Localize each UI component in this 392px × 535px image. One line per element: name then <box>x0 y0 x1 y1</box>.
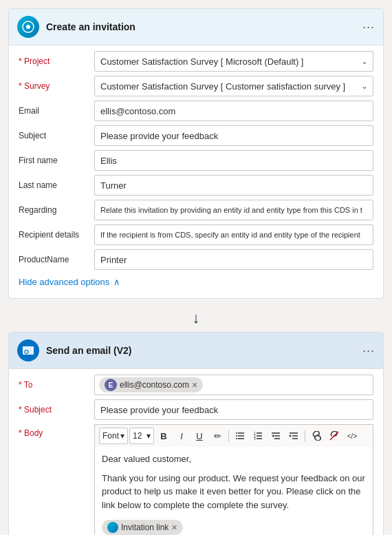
body-field: Font ▾ 12 ▾ B I U ✏ 12 <box>94 424 373 535</box>
underline-button[interactable]: U <box>191 428 208 444</box>
subject-field-1 <box>94 125 373 146</box>
survey-field: Customer Satisfaction Survey [ Customer … <box>94 76 373 96</box>
invitation-link-tag: Invitation link × <box>102 520 183 535</box>
card2-body: * To E ellis@contoso.com × * Subject <box>9 369 383 535</box>
code-button[interactable]: </> <box>344 428 360 444</box>
lastname-row: Last name <box>19 175 373 196</box>
card1-body: * Project Customer Satisfaction Survey [… <box>9 45 383 298</box>
indent-increase-button[interactable] <box>285 428 302 444</box>
regarding-input[interactable] <box>94 200 373 220</box>
font-select[interactable]: Font ▾ <box>99 428 128 444</box>
firstname-field <box>94 150 373 171</box>
firstname-row: First name <box>19 150 373 171</box>
email-row: Email <box>19 101 373 121</box>
indent-decrease-button[interactable] <box>268 428 284 444</box>
body-row: * Body Font ▾ 12 ▾ B I U ✏ <box>19 424 373 535</box>
to-row: * To E ellis@contoso.com × <box>19 375 373 395</box>
invitation-tag-container: Invitation link × <box>102 517 366 535</box>
to-tag-avatar: E <box>105 379 117 391</box>
to-tag-remove-button[interactable]: × <box>192 380 197 390</box>
hide-advanced-label: Hide advanced options <box>19 277 109 287</box>
font-chevron-icon: ▾ <box>120 431 124 441</box>
svg-text:3: 3 <box>254 437 256 441</box>
remove-link-button[interactable] <box>326 428 342 444</box>
to-input-container[interactable]: E ellis@contoso.com × <box>94 375 373 395</box>
survey-row: * Survey Customer Satisfaction Survey [ … <box>19 76 373 96</box>
insert-link-button[interactable] <box>308 428 325 444</box>
svg-point-7 <box>236 432 237 434</box>
lastname-input[interactable] <box>94 175 373 196</box>
unordered-list-button[interactable] <box>232 428 248 444</box>
body-label: * Body <box>19 424 94 438</box>
card2-menu-button[interactable]: ··· <box>362 344 375 358</box>
subject-field-2 <box>94 399 373 420</box>
card1-menu-button[interactable]: ··· <box>362 20 375 34</box>
regarding-label: Regarding <box>19 205 94 215</box>
connector-arrow: ↓ <box>8 304 384 332</box>
project-select[interactable]: Customer Satisfaction Survey [ Microsoft… <box>94 51 373 72</box>
project-field: Customer Satisfaction Survey [ Microsoft… <box>94 51 373 72</box>
survey-select[interactable]: Customer Satisfaction Survey [ Customer … <box>94 76 373 96</box>
recipient-details-input[interactable] <box>94 224 373 245</box>
invitation-tag-label: Invitation link <box>121 521 168 534</box>
hide-advanced-toggle[interactable]: Hide advanced options <box>19 274 373 290</box>
firstname-input[interactable] <box>94 150 373 171</box>
email-input[interactable] <box>94 101 373 121</box>
card1-title: Create an invitation <box>46 21 356 32</box>
to-tag-email: ellis@contoso.com <box>120 380 189 390</box>
survey-label: * Survey <box>19 81 94 91</box>
recipient-details-label: Recipient details <box>19 230 94 240</box>
font-size-value: 12 <box>133 431 142 441</box>
card2-header: O Send an email (V2) ··· <box>9 333 383 369</box>
firstname-label: First name <box>19 156 94 165</box>
survey-select-wrapper[interactable]: Customer Satisfaction Survey [ Customer … <box>94 76 373 96</box>
send-email-card: O Send an email (V2) ··· * To E ellis@co… <box>8 332 384 535</box>
subject-row-1: Subject <box>19 125 373 146</box>
survey-chevron-icon: ⌄ <box>361 81 368 91</box>
project-select-wrapper[interactable]: Customer Satisfaction Survey [ Microsoft… <box>94 51 373 72</box>
ordered-list-button[interactable]: 123 <box>250 428 266 444</box>
toolbar-separator-2 <box>305 430 305 442</box>
survey-icon <box>17 16 39 38</box>
to-label: * To <box>19 380 94 390</box>
subject-input-2[interactable] <box>94 399 373 420</box>
recipient-details-field <box>94 224 373 245</box>
body-line1: Dear valued customer, <box>102 452 366 466</box>
svg-marker-19 <box>272 434 274 437</box>
recipient-details-row: Recipient details <box>19 224 373 245</box>
lastname-field <box>94 175 373 196</box>
productname-field <box>94 249 373 270</box>
italic-button[interactable]: I <box>173 428 190 444</box>
productname-row: ProductName <box>19 249 373 270</box>
bold-button[interactable]: B <box>155 428 172 444</box>
card2-title: Send an email (V2) <box>46 345 356 356</box>
svg-point-1 <box>26 25 30 29</box>
subject-input-1[interactable] <box>94 125 373 146</box>
subject-row-2: * Subject <box>19 399 373 420</box>
productname-input[interactable] <box>94 249 373 270</box>
create-invitation-card: Create an invitation ··· * Project Custo… <box>8 8 384 299</box>
toolbar-separator-1 <box>228 430 229 442</box>
hide-advanced-chevron-icon <box>113 277 120 287</box>
subject-label-2: * Subject <box>19 405 94 415</box>
svg-marker-23 <box>290 434 292 437</box>
invitation-tag-icon <box>107 522 118 533</box>
svg-point-8 <box>236 435 237 437</box>
font-size-control[interactable]: 12 ▾ <box>129 428 154 444</box>
subject-label-1: Subject <box>19 131 94 140</box>
svg-point-9 <box>236 438 237 439</box>
font-label: Font <box>102 431 119 441</box>
email-label: Email <box>19 106 94 116</box>
invitation-tag-remove-button[interactable]: × <box>171 523 177 532</box>
regarding-field <box>94 200 373 220</box>
project-label: * Project <box>19 56 94 66</box>
body-editor[interactable]: Dear valued customer, Thank you for usin… <box>94 447 373 535</box>
to-field[interactable]: E ellis@contoso.com × <box>94 375 373 395</box>
highlight-button[interactable]: ✏ <box>209 428 226 444</box>
svg-text:O: O <box>24 348 29 355</box>
project-chevron-icon: ⌄ <box>361 56 368 66</box>
project-row: * Project Customer Satisfaction Survey [… <box>19 51 373 72</box>
body-toolbar: Font ▾ 12 ▾ B I U ✏ 12 <box>94 424 373 447</box>
body-line2: Thank you for using our product. We requ… <box>102 472 366 512</box>
lastname-label: Last name <box>19 180 94 190</box>
